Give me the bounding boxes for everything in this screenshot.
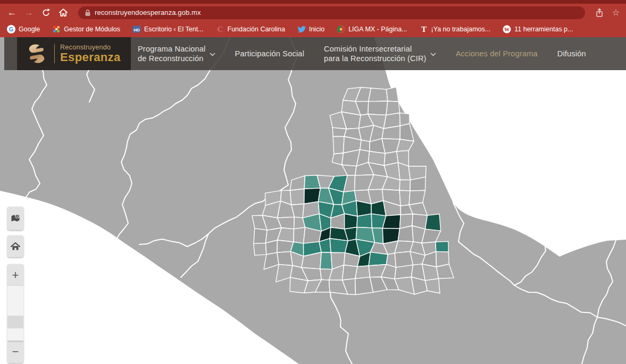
nav-item-line: de Reconstrucción bbox=[138, 54, 206, 63]
svg-text:G: G bbox=[9, 26, 14, 32]
ligamx-favicon bbox=[337, 25, 345, 33]
browser-chrome: ← → bbox=[0, 0, 626, 37]
bookmark-label: Inicio bbox=[309, 26, 324, 33]
nav-item-line: Acciones del Programa bbox=[456, 49, 538, 58]
nav-item-4[interactable]: Difusión bbox=[557, 49, 586, 58]
nav-item-label: Comisión Intersecretarialpara la Reconst… bbox=[324, 44, 427, 63]
zoom-slider-handle[interactable] bbox=[7, 316, 23, 328]
hands-logo-icon bbox=[24, 41, 49, 66]
bookmark-label: Escritorio ‹ El Tent... bbox=[144, 26, 204, 33]
nav-item-line: Programa Nacional bbox=[138, 44, 206, 54]
share-icon[interactable] bbox=[595, 8, 604, 18]
zoom-out-button[interactable]: − bbox=[7, 341, 23, 363]
bookmark-label: 11 herramientas p... bbox=[514, 26, 573, 33]
nav-item-3[interactable]: Acciones del Programa bbox=[456, 49, 538, 58]
nav-item-0[interactable]: Programa Nacionalde Reconstrucción bbox=[138, 44, 215, 63]
logo-divider bbox=[54, 44, 55, 63]
url-bar[interactable]: reconstruyendoesperanza.gob.mx bbox=[78, 6, 585, 19]
zoom-out-label: − bbox=[12, 346, 19, 358]
svg-text:C: C bbox=[217, 25, 223, 33]
reload-icon[interactable] bbox=[41, 8, 51, 17]
bookmark-item[interactable]: Inicio bbox=[297, 25, 324, 33]
nav-item-label: Acciones del Programa bbox=[456, 49, 538, 58]
chevron-down-icon bbox=[430, 52, 436, 56]
bookmark-item[interactable]: HDEscritorio ‹ El Tent... bbox=[132, 25, 204, 33]
bookmark-item[interactable]: T¡Ya no trabajamos... bbox=[420, 25, 491, 33]
bookmarks-bar: GGoogleGestor de MódulosHDEscritorio ‹ E… bbox=[0, 21, 626, 37]
chevron-down-icon bbox=[210, 52, 215, 56]
nav-item-line: para la Reconstrucción (CIR) bbox=[324, 54, 427, 63]
logo-text-bottom: Esperanza bbox=[60, 51, 121, 63]
home-extent-button[interactable] bbox=[7, 235, 23, 257]
nav-item-line: Comisión Intersecretarial bbox=[324, 44, 427, 54]
google-favicon: G bbox=[7, 25, 15, 33]
bookmark-item[interactable]: Gestor de Módulos bbox=[52, 25, 120, 33]
nav-item-line: Participación Social bbox=[235, 49, 305, 58]
svg-text:W: W bbox=[504, 27, 510, 32]
nav-item-2[interactable]: Comisión Intersecretarialpara la Reconst… bbox=[324, 44, 436, 63]
home-icon[interactable] bbox=[59, 8, 68, 17]
svg-text:T: T bbox=[421, 25, 427, 33]
nav-item-label: Participación Social bbox=[235, 49, 305, 58]
joomla-favicon bbox=[52, 25, 61, 33]
bookmark-star-icon[interactable]: ☆ bbox=[612, 9, 620, 17]
nyt-favicon: T bbox=[420, 25, 428, 33]
bookmark-item[interactable]: W11 herramientas p... bbox=[503, 25, 573, 33]
nav-item-label: Programa Nacionalde Reconstrucción bbox=[138, 44, 206, 63]
hd-favicon: HD bbox=[132, 25, 141, 33]
nav-item-line: Difusión bbox=[557, 49, 586, 58]
nav-item-label: Difusión bbox=[557, 49, 586, 58]
map-controls: + − bbox=[7, 207, 23, 363]
window-title-strip bbox=[0, 0, 626, 4]
lock-icon bbox=[85, 9, 91, 16]
nav-item-1[interactable]: Participación Social bbox=[235, 49, 305, 58]
toolbar-right: ☆ bbox=[595, 8, 620, 18]
url-text: reconstruyendoesperanza.gob.mx bbox=[95, 9, 201, 16]
bookmark-label: LIGA MX - Página... bbox=[348, 26, 407, 33]
twitter-favicon bbox=[297, 25, 306, 33]
browser-window: ← → bbox=[0, 0, 626, 364]
home-extent-icon bbox=[10, 241, 21, 252]
main-nav: Programa Nacionalde ReconstrucciónPartic… bbox=[138, 37, 586, 70]
site-content: Reconstruyendo Esperanza Programa Nacion… bbox=[0, 37, 626, 364]
bookmark-label: Gestor de Módulos bbox=[64, 26, 120, 33]
bookmark-label: ¡Ya no trabajamos... bbox=[431, 26, 491, 33]
bookmark-item[interactable]: GGoogle bbox=[7, 25, 40, 33]
forward-icon[interactable]: → bbox=[24, 8, 34, 17]
zoom-in-button[interactable]: + bbox=[7, 264, 23, 286]
bookmark-item[interactable]: CFundación Carolina bbox=[216, 25, 285, 33]
site-header: Reconstruyendo Esperanza Programa Nacion… bbox=[4, 37, 626, 70]
basemap-button[interactable] bbox=[7, 207, 23, 230]
browser-toolbar: ← → bbox=[0, 4, 626, 21]
carolina-favicon: C bbox=[216, 25, 224, 33]
svg-text:HD: HD bbox=[133, 28, 140, 32]
wordpress-favicon: W bbox=[503, 25, 511, 33]
zoom-in-label: + bbox=[12, 269, 19, 281]
bookmark-item[interactable]: LIGA MX - Página... bbox=[337, 25, 407, 33]
site-logo[interactable]: Reconstruyendo Esperanza bbox=[17, 37, 131, 70]
back-icon[interactable]: ← bbox=[7, 8, 16, 17]
zoom-slider-track[interactable] bbox=[7, 286, 23, 341]
bookmark-label: Fundación Carolina bbox=[228, 26, 285, 33]
basemap-icon bbox=[10, 213, 21, 224]
bookmark-label: Google bbox=[19, 26, 40, 33]
